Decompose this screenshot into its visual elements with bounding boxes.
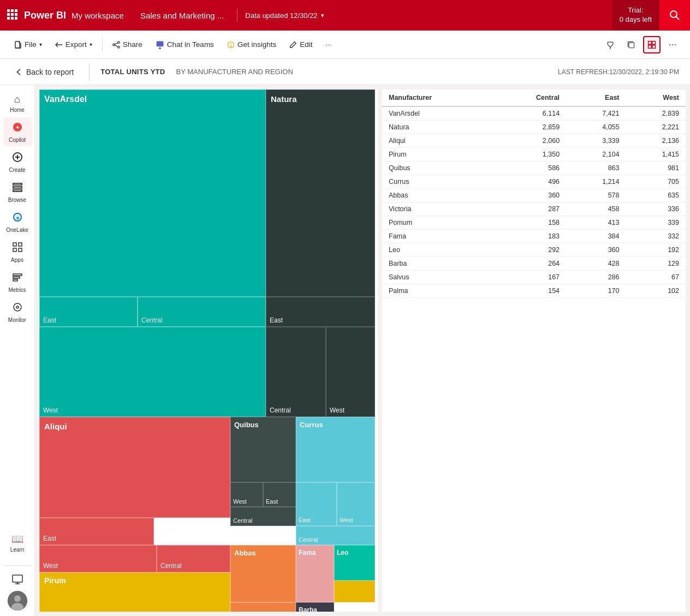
svg-rect-0 <box>7 9 10 12</box>
back-to-report-button[interactable]: Back to report <box>11 65 78 79</box>
svg-rect-6 <box>7 17 10 20</box>
cell-value: 384 <box>566 230 626 243</box>
cell-value: 286 <box>566 271 626 284</box>
table-row[interactable]: Barba264428129 <box>382 257 686 271</box>
svg-rect-25 <box>652 41 656 44</box>
tab-by-manufacturer[interactable]: BY MANUFACTURER AND REGION <box>176 68 293 76</box>
treemap-cell-currus-east[interactable]: East <box>296 482 337 526</box>
treemap-cell-abbas-east[interactable]: East <box>230 602 296 612</box>
get-insights-button[interactable]: Get insights <box>222 38 282 51</box>
treemap-cell-vanarsdel-east[interactable]: East <box>39 297 138 327</box>
sidebar-item-monitor[interactable]: Monitor <box>3 297 32 326</box>
treemap-label: Central <box>141 316 163 324</box>
treemap-cell-pirum[interactable]: Pirum <box>39 572 230 612</box>
treemap-cell-leo[interactable]: Leo <box>334 545 375 581</box>
more-options-button[interactable]: ··· <box>320 38 337 51</box>
treemap-cell-vanarsdel-central[interactable]: Central <box>138 297 266 327</box>
export-button[interactable]: Export ▾ <box>50 38 98 51</box>
cell-value: 192 <box>626 243 686 257</box>
treemap-cell-natura[interactable]: Natura <box>266 89 375 297</box>
treemap-cell-abbas[interactable]: Abbas <box>230 545 296 602</box>
cell-value: 183 <box>493 230 566 243</box>
cell-value: 2,839 <box>626 106 686 121</box>
search-button[interactable] <box>659 0 690 31</box>
sidebar-item-metrics[interactable]: Metrics <box>3 267 32 296</box>
chat-in-teams-button[interactable]: Chat in Teams <box>150 38 219 52</box>
table-row[interactable]: Currus4961,214705 <box>382 175 686 189</box>
treemap-cell-natura-east[interactable]: East <box>266 297 375 327</box>
treemap-cell-currus-west[interactable]: West <box>337 482 375 526</box>
treemap-cell-quibus-east[interactable]: East <box>263 482 296 507</box>
treemap-label: West <box>43 562 58 570</box>
treemap-cell-vanarsdel-west[interactable]: West <box>39 327 266 417</box>
monitor-bottom-icon[interactable] <box>11 569 23 590</box>
sidebar-item-create[interactable]: Create <box>3 147 32 176</box>
duplicate-icon[interactable] <box>622 36 640 53</box>
treemap-chart[interactable]: VanArsdel East Central West Natura <box>39 89 378 612</box>
table-row[interactable]: Palma154170102 <box>382 284 686 298</box>
treemap-label-fama: Fama <box>299 549 316 557</box>
sidebar-item-apps[interactable]: Apps <box>3 237 32 266</box>
metrics-icon <box>12 272 23 285</box>
svg-rect-27 <box>652 45 656 48</box>
cell-value: 264 <box>493 257 566 271</box>
table-row[interactable]: Pirum1,3502,1041,415 <box>382 148 686 162</box>
data-table-container[interactable]: Manufacturer Central East West VanArsdel… <box>382 89 686 612</box>
treemap-cell-aliqui[interactable]: Aliqui <box>39 417 230 518</box>
treemap-cell-fama[interactable]: Fama <box>296 545 334 602</box>
brand-name: Power BI <box>24 10 66 21</box>
cell-value: 428 <box>566 257 626 271</box>
cell-value: 1,350 <box>493 148 566 162</box>
sidebar-item-learn[interactable]: 📖 Learn <box>3 529 32 556</box>
user-avatar[interactable] <box>8 591 27 611</box>
cell-manufacturer: Pomum <box>382 216 493 230</box>
file-button[interactable]: File ▾ <box>9 38 47 51</box>
table-row[interactable]: Natura2,8594,0552,221 <box>382 121 686 134</box>
cell-value: 635 <box>626 189 686 202</box>
edit-button[interactable]: Edit <box>284 38 318 51</box>
sidebar-item-home[interactable]: ⌂ Home <box>3 89 32 116</box>
table-row[interactable]: VanArsdel6,1147,4212,839 <box>382 106 686 121</box>
workspace-name[interactable]: My workspace <box>72 11 124 20</box>
treemap-cell-natura-central[interactable]: Central <box>266 327 326 417</box>
pin-icon[interactable] <box>602 36 619 53</box>
table-row[interactable]: Victoria287458336 <box>382 202 686 216</box>
report-title[interactable]: Sales and Marketing ... <box>140 11 224 20</box>
sidebar-item-onelake[interactable]: ◈ OneLake <box>3 207 32 236</box>
data-updated-label[interactable]: Data updated 12/30/22 ▾ <box>245 11 324 20</box>
treemap-cell-currus[interactable]: Currus <box>296 417 375 482</box>
treemap-cell-quibus-central[interactable]: Central <box>230 507 296 526</box>
treemap-cell-aliqui-central[interactable]: Central <box>157 545 230 572</box>
share-button[interactable]: Share <box>107 38 148 51</box>
focus-mode-icon[interactable] <box>643 36 661 53</box>
svg-point-46 <box>16 306 19 308</box>
cell-value: 6,114 <box>493 106 566 121</box>
waffle-menu-icon[interactable] <box>7 9 17 22</box>
treemap-cell-vanarsdel[interactable]: VanArsdel <box>39 89 266 297</box>
cell-manufacturer: Currus <box>382 175 493 189</box>
tab-total-units-ytd[interactable]: TOTAL UNITS YTD <box>100 68 165 76</box>
secondary-separator <box>89 64 90 80</box>
treemap-cell-yellow-small[interactable] <box>334 581 375 602</box>
treemap-cell-quibus[interactable]: Quibus <box>230 417 296 482</box>
cell-manufacturer: Natura <box>382 121 493 134</box>
table-row[interactable]: Leo292360192 <box>382 243 686 257</box>
table-row[interactable]: Fama183384332 <box>382 230 686 243</box>
sidebar-item-copilot[interactable]: ✦ Copilot <box>3 117 32 146</box>
table-row[interactable]: Pomum158413339 <box>382 216 686 230</box>
table-row[interactable]: Salvus16728667 <box>382 271 686 284</box>
treemap-cell-barba[interactable]: Barba <box>296 602 334 612</box>
treemap-cell-currus-central[interactable]: Central <box>296 526 375 545</box>
treemap-cell-aliqui-east[interactable]: East <box>39 518 154 545</box>
svg-rect-34 <box>13 187 22 188</box>
treemap-cell-natura-west[interactable]: West <box>326 327 375 417</box>
cell-value: 705 <box>626 175 686 189</box>
sidebar-item-browse[interactable]: Browse <box>3 177 32 206</box>
table-row[interactable]: Abbas360578635 <box>382 189 686 202</box>
table-row[interactable]: Aliqui2,0603,3392,136 <box>382 134 686 148</box>
treemap-cell-aliqui-west[interactable]: West <box>39 545 157 572</box>
more-icon[interactable]: ··· <box>664 36 681 53</box>
cell-value: 129 <box>626 257 686 271</box>
table-row[interactable]: Quibus586863981 <box>382 162 686 175</box>
treemap-cell-quibus-west[interactable]: West <box>230 482 263 507</box>
